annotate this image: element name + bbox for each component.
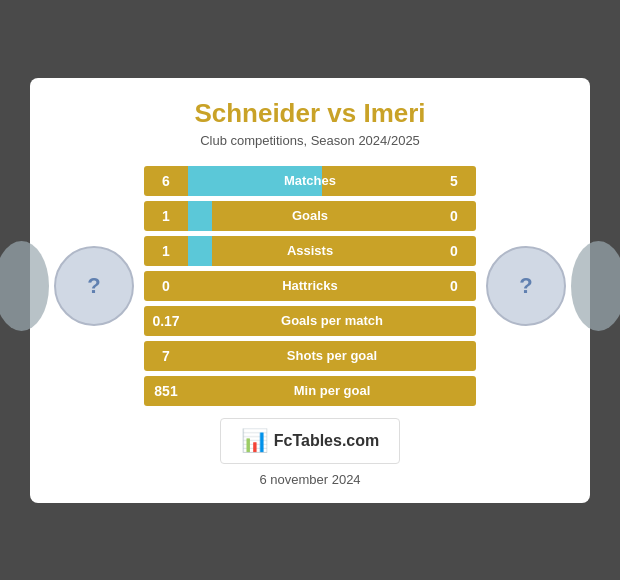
date-footer: 6 november 2024: [54, 472, 566, 487]
stat-left-val-matches: 6: [144, 166, 188, 196]
stat-left-val-min-per-goal: 851: [144, 376, 188, 406]
stat-label-goals-per-match: Goals per match: [188, 313, 476, 328]
stat-left-val-goals-per-match: 0.17: [144, 306, 188, 336]
stat-left-val-hattricks: 0: [144, 271, 188, 301]
stat-right-val-hattricks: 0: [432, 271, 476, 301]
stat-label-min-per-goal: Min per goal: [188, 383, 476, 398]
subtitle: Club competitions, Season 2024/2025: [54, 133, 566, 148]
stat-right-val-matches: 5: [432, 166, 476, 196]
stat-bar-container-assists: Assists: [188, 236, 432, 266]
stat-left-val-assists: 1: [144, 236, 188, 266]
stat-bar-container-hattricks: Hattricks: [188, 271, 432, 301]
stat-row-hattricks: 0Hattricks0: [144, 271, 476, 301]
stat-left-val-goals: 1: [144, 201, 188, 231]
stat-right-val-goals: 0: [432, 201, 476, 231]
stat-left-val-shots-per-goal: 7: [144, 341, 188, 371]
stat-bar-container-matches: Matches: [188, 166, 432, 196]
players-row: ? 6Matches51Goals01Assists00Hattricks00.…: [54, 166, 566, 406]
stat-bar-container-goals-per-match: Goals per match: [188, 306, 476, 336]
stat-row-goals-per-match: 0.17Goals per match: [144, 306, 476, 336]
logo-icon: 📊: [241, 428, 268, 454]
stat-row-matches: 6Matches5: [144, 166, 476, 196]
stat-row-min-per-goal: 851Min per goal: [144, 376, 476, 406]
right-oval-decoration: [571, 241, 620, 331]
player-right-avatar: ?: [486, 246, 566, 326]
stat-bar-container-goals: Goals: [188, 201, 432, 231]
stat-row-assists: 1Assists0: [144, 236, 476, 266]
fctables-logo: 📊 FcTables.com: [220, 418, 400, 464]
stat-label-assists: Assists: [188, 243, 432, 258]
left-oval-decoration: [0, 241, 49, 331]
page-title: Schneider vs Imeri: [54, 98, 566, 129]
stat-bar-container-shots-per-goal: Shots per goal: [188, 341, 476, 371]
stat-label-hattricks: Hattricks: [188, 278, 432, 293]
player-right-placeholder: ?: [519, 273, 532, 299]
stat-bar-container-min-per-goal: Min per goal: [188, 376, 476, 406]
stat-right-val-assists: 0: [432, 236, 476, 266]
stat-label-goals: Goals: [188, 208, 432, 223]
stat-row-shots-per-goal: 7Shots per goal: [144, 341, 476, 371]
players-section: ? 6Matches51Goals01Assists00Hattricks00.…: [54, 166, 566, 406]
logo-text: FcTables.com: [274, 432, 380, 450]
stats-container: 6Matches51Goals01Assists00Hattricks00.17…: [144, 166, 476, 406]
stat-row-goals: 1Goals0: [144, 201, 476, 231]
player-left-avatar: ?: [54, 246, 134, 326]
stat-label-shots-per-goal: Shots per goal: [188, 348, 476, 363]
main-card: Schneider vs Imeri Club competitions, Se…: [30, 78, 590, 503]
player-left-placeholder: ?: [87, 273, 100, 299]
stat-label-matches: Matches: [188, 173, 432, 188]
